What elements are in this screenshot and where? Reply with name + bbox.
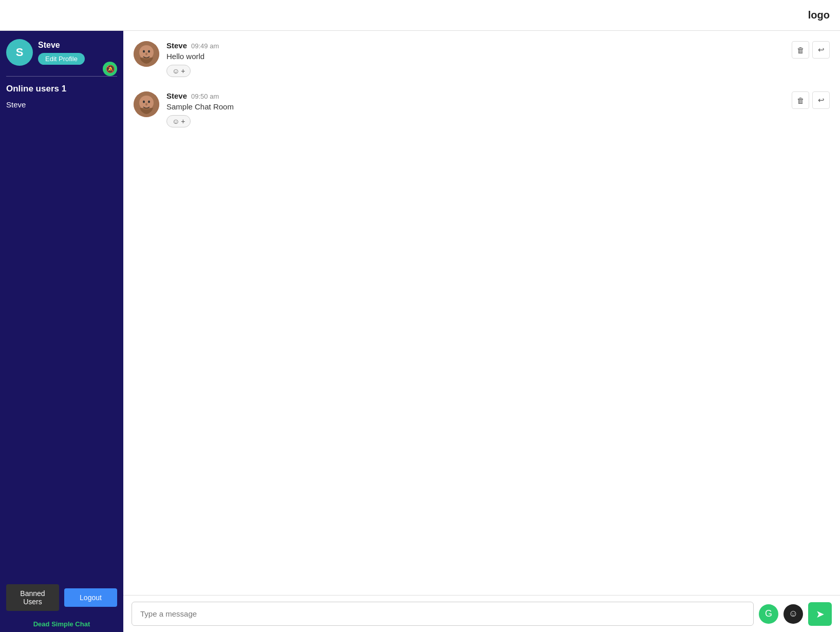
online-user-item: Steve [0,98,123,111]
edit-profile-button[interactable]: Edit Profile [38,53,85,65]
banned-users-button[interactable]: Banned Users [6,584,59,611]
sidebar: S Steve Edit Profile 🔕 Online users 1 St… [0,31,123,632]
sidebar-username: Steve [38,41,85,50]
message-avatar [134,41,159,67]
svg-point-2 [143,50,145,53]
message-actions: 🗑 ↩ [792,41,830,59]
message-author: Steve [166,41,187,50]
message-row: Steve 09:50 am Sample Chat Room ☺ + 🗑 ↩ [134,91,830,127]
reaction-emoji-icon: ☺ [172,67,179,75]
sidebar-brand: Dead Simple Chat [0,617,123,632]
main-layout: S Steve Edit Profile 🔕 Online users 1 St… [0,31,840,632]
online-users-list: Steve [0,98,123,111]
emoji-button[interactable]: ☺ [783,604,803,624]
user-info: Steve Edit Profile [38,41,85,65]
input-bar: G ☺ ➤ [123,595,840,632]
svg-point-9 [145,103,147,106]
delete-message-button[interactable]: 🗑 [792,91,809,109]
message-content: Steve 09:50 am Sample Chat Room ☺ + [166,91,792,127]
notifications-badge[interactable]: 🔕 [103,62,117,76]
grammar-check-button[interactable]: G [759,604,778,624]
send-button[interactable]: ➤ [808,602,832,626]
svg-point-8 [148,101,150,103]
messages-container: Steve 09:49 am Hello world ☺ + 🗑 ↩ [123,31,840,595]
message-avatar [134,91,159,117]
reaction-plus-icon: + [181,67,185,75]
message-text: Hello world [166,52,792,61]
delete-message-button[interactable]: 🗑 [792,41,809,59]
message-header: Steve 09:49 am [166,41,792,50]
reaction-emoji-icon: ☺ [172,117,179,125]
message-actions: 🗑 ↩ [792,91,830,109]
add-reaction-button[interactable]: ☺ + [166,115,191,127]
reply-message-button[interactable]: ↩ [812,41,830,59]
add-reaction-button[interactable]: ☺ + [166,65,191,77]
reaction-plus-icon: + [181,117,185,125]
chat-area: Steve 09:49 am Hello world ☺ + 🗑 ↩ [123,31,840,632]
message-content: Steve 09:49 am Hello world ☺ + [166,41,792,77]
message-input[interactable] [132,602,754,626]
message-time: 09:50 am [191,92,219,100]
svg-point-3 [148,50,150,53]
sidebar-footer: Banned Users Logout [0,578,123,617]
message-row: Steve 09:49 am Hello world ☺ + 🗑 ↩ [134,41,830,77]
svg-point-7 [143,101,145,103]
top-bar: logo [0,0,840,31]
reply-icon: ↩ [818,96,825,105]
message-text: Sample Chat Room [166,102,792,111]
message-header: Steve 09:50 am [166,91,792,100]
reply-icon: ↩ [818,45,825,54]
message-author: Steve [166,91,187,100]
logo: logo [808,9,830,21]
reply-message-button[interactable]: ↩ [812,91,830,109]
sidebar-header: S Steve Edit Profile 🔕 [0,31,123,71]
message-time: 09:49 am [191,42,219,50]
online-users-label: Online users 1 [0,84,123,98]
avatar: S [6,39,33,66]
logout-button[interactable]: Logout [64,588,117,607]
trash-icon: 🗑 [797,46,805,54]
trash-icon: 🗑 [797,96,805,105]
svg-point-4 [145,53,147,55]
sidebar-divider [6,76,117,77]
